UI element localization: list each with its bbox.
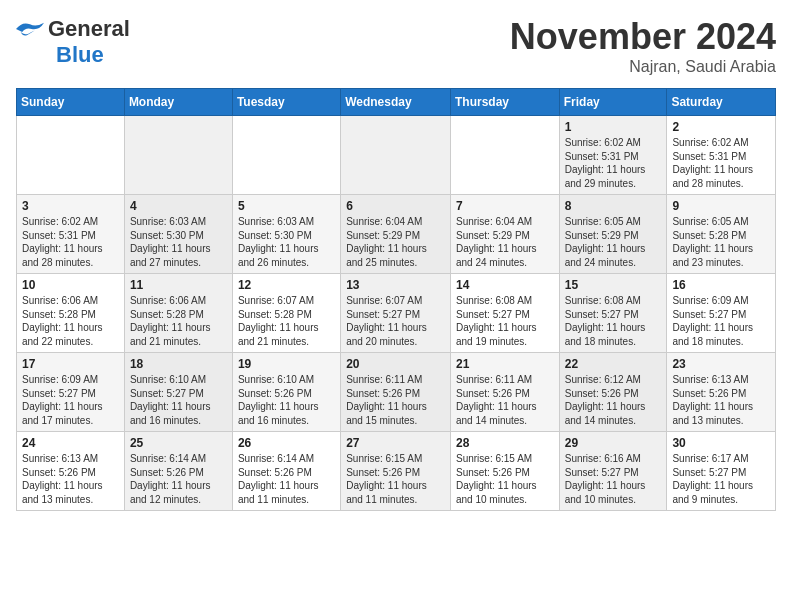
day-number: 15	[565, 278, 662, 292]
day-number: 25	[130, 436, 227, 450]
day-info: Sunrise: 6:03 AM Sunset: 5:30 PM Dayligh…	[130, 215, 227, 269]
day-number: 18	[130, 357, 227, 371]
day-info: Sunrise: 6:11 AM Sunset: 5:26 PM Dayligh…	[346, 373, 445, 427]
day-number: 3	[22, 199, 119, 213]
day-info: Sunrise: 6:08 AM Sunset: 5:27 PM Dayligh…	[456, 294, 554, 348]
day-number: 11	[130, 278, 227, 292]
day-number: 1	[565, 120, 662, 134]
day-number: 12	[238, 278, 335, 292]
day-info: Sunrise: 6:06 AM Sunset: 5:28 PM Dayligh…	[22, 294, 119, 348]
day-number: 20	[346, 357, 445, 371]
calendar-day-cell: 24Sunrise: 6:13 AM Sunset: 5:26 PM Dayli…	[17, 432, 125, 511]
day-info: Sunrise: 6:10 AM Sunset: 5:26 PM Dayligh…	[238, 373, 335, 427]
calendar-day-cell: 8Sunrise: 6:05 AM Sunset: 5:29 PM Daylig…	[559, 195, 667, 274]
day-info: Sunrise: 6:14 AM Sunset: 5:26 PM Dayligh…	[238, 452, 335, 506]
calendar-table: SundayMondayTuesdayWednesdayThursdayFrid…	[16, 88, 776, 511]
calendar-week-row: 24Sunrise: 6:13 AM Sunset: 5:26 PM Dayli…	[17, 432, 776, 511]
day-info: Sunrise: 6:03 AM Sunset: 5:30 PM Dayligh…	[238, 215, 335, 269]
calendar-day-cell: 21Sunrise: 6:11 AM Sunset: 5:26 PM Dayli…	[450, 353, 559, 432]
day-info: Sunrise: 6:07 AM Sunset: 5:28 PM Dayligh…	[238, 294, 335, 348]
calendar-day-cell: 14Sunrise: 6:08 AM Sunset: 5:27 PM Dayli…	[450, 274, 559, 353]
calendar-day-cell: 12Sunrise: 6:07 AM Sunset: 5:28 PM Dayli…	[232, 274, 340, 353]
day-number: 14	[456, 278, 554, 292]
weekday-header-thursday: Thursday	[450, 89, 559, 116]
day-info: Sunrise: 6:06 AM Sunset: 5:28 PM Dayligh…	[130, 294, 227, 348]
day-number: 9	[672, 199, 770, 213]
weekday-header-monday: Monday	[124, 89, 232, 116]
calendar-day-cell: 30Sunrise: 6:17 AM Sunset: 5:27 PM Dayli…	[667, 432, 776, 511]
location-heading: Najran, Saudi Arabia	[510, 58, 776, 76]
day-number: 8	[565, 199, 662, 213]
month-year-heading: November 2024	[510, 16, 776, 58]
day-number: 23	[672, 357, 770, 371]
day-info: Sunrise: 6:05 AM Sunset: 5:29 PM Dayligh…	[565, 215, 662, 269]
calendar-day-cell: 13Sunrise: 6:07 AM Sunset: 5:27 PM Dayli…	[341, 274, 451, 353]
weekday-header-tuesday: Tuesday	[232, 89, 340, 116]
calendar-day-cell	[17, 116, 125, 195]
logo-blue: Blue	[56, 42, 104, 68]
calendar-day-cell: 28Sunrise: 6:15 AM Sunset: 5:26 PM Dayli…	[450, 432, 559, 511]
calendar-day-cell: 4Sunrise: 6:03 AM Sunset: 5:30 PM Daylig…	[124, 195, 232, 274]
page-header: General Blue November 2024 Najran, Saudi…	[16, 16, 776, 76]
day-number: 24	[22, 436, 119, 450]
day-number: 30	[672, 436, 770, 450]
day-number: 16	[672, 278, 770, 292]
day-info: Sunrise: 6:13 AM Sunset: 5:26 PM Dayligh…	[672, 373, 770, 427]
calendar-day-cell: 9Sunrise: 6:05 AM Sunset: 5:28 PM Daylig…	[667, 195, 776, 274]
day-info: Sunrise: 6:08 AM Sunset: 5:27 PM Dayligh…	[565, 294, 662, 348]
day-number: 22	[565, 357, 662, 371]
weekday-header-saturday: Saturday	[667, 89, 776, 116]
calendar-day-cell	[124, 116, 232, 195]
weekday-header-friday: Friday	[559, 89, 667, 116]
day-number: 27	[346, 436, 445, 450]
calendar-day-cell: 3Sunrise: 6:02 AM Sunset: 5:31 PM Daylig…	[17, 195, 125, 274]
day-number: 6	[346, 199, 445, 213]
calendar-day-cell: 17Sunrise: 6:09 AM Sunset: 5:27 PM Dayli…	[17, 353, 125, 432]
day-info: Sunrise: 6:05 AM Sunset: 5:28 PM Dayligh…	[672, 215, 770, 269]
day-info: Sunrise: 6:12 AM Sunset: 5:26 PM Dayligh…	[565, 373, 662, 427]
calendar-day-cell: 5Sunrise: 6:03 AM Sunset: 5:30 PM Daylig…	[232, 195, 340, 274]
calendar-day-cell: 16Sunrise: 6:09 AM Sunset: 5:27 PM Dayli…	[667, 274, 776, 353]
day-info: Sunrise: 6:17 AM Sunset: 5:27 PM Dayligh…	[672, 452, 770, 506]
calendar-day-cell: 7Sunrise: 6:04 AM Sunset: 5:29 PM Daylig…	[450, 195, 559, 274]
month-title-block: November 2024 Najran, Saudi Arabia	[510, 16, 776, 76]
day-info: Sunrise: 6:11 AM Sunset: 5:26 PM Dayligh…	[456, 373, 554, 427]
calendar-day-cell: 19Sunrise: 6:10 AM Sunset: 5:26 PM Dayli…	[232, 353, 340, 432]
weekday-header-sunday: Sunday	[17, 89, 125, 116]
day-number: 21	[456, 357, 554, 371]
weekday-header-wednesday: Wednesday	[341, 89, 451, 116]
day-info: Sunrise: 6:04 AM Sunset: 5:29 PM Dayligh…	[346, 215, 445, 269]
day-number: 13	[346, 278, 445, 292]
calendar-day-cell: 11Sunrise: 6:06 AM Sunset: 5:28 PM Dayli…	[124, 274, 232, 353]
day-number: 19	[238, 357, 335, 371]
calendar-week-row: 1Sunrise: 6:02 AM Sunset: 5:31 PM Daylig…	[17, 116, 776, 195]
calendar-day-cell: 20Sunrise: 6:11 AM Sunset: 5:26 PM Dayli…	[341, 353, 451, 432]
day-info: Sunrise: 6:02 AM Sunset: 5:31 PM Dayligh…	[565, 136, 662, 190]
day-number: 2	[672, 120, 770, 134]
logo-general: General	[48, 16, 130, 42]
day-info: Sunrise: 6:04 AM Sunset: 5:29 PM Dayligh…	[456, 215, 554, 269]
calendar-week-row: 10Sunrise: 6:06 AM Sunset: 5:28 PM Dayli…	[17, 274, 776, 353]
day-info: Sunrise: 6:14 AM Sunset: 5:26 PM Dayligh…	[130, 452, 227, 506]
day-number: 10	[22, 278, 119, 292]
day-info: Sunrise: 6:16 AM Sunset: 5:27 PM Dayligh…	[565, 452, 662, 506]
day-info: Sunrise: 6:07 AM Sunset: 5:27 PM Dayligh…	[346, 294, 445, 348]
day-number: 7	[456, 199, 554, 213]
day-number: 17	[22, 357, 119, 371]
day-number: 26	[238, 436, 335, 450]
calendar-day-cell	[341, 116, 451, 195]
calendar-day-cell: 25Sunrise: 6:14 AM Sunset: 5:26 PM Dayli…	[124, 432, 232, 511]
calendar-day-cell: 2Sunrise: 6:02 AM Sunset: 5:31 PM Daylig…	[667, 116, 776, 195]
day-info: Sunrise: 6:09 AM Sunset: 5:27 PM Dayligh…	[22, 373, 119, 427]
weekday-header-row: SundayMondayTuesdayWednesdayThursdayFrid…	[17, 89, 776, 116]
day-number: 28	[456, 436, 554, 450]
calendar-day-cell: 18Sunrise: 6:10 AM Sunset: 5:27 PM Dayli…	[124, 353, 232, 432]
day-info: Sunrise: 6:15 AM Sunset: 5:26 PM Dayligh…	[346, 452, 445, 506]
calendar-day-cell: 23Sunrise: 6:13 AM Sunset: 5:26 PM Dayli…	[667, 353, 776, 432]
calendar-day-cell: 22Sunrise: 6:12 AM Sunset: 5:26 PM Dayli…	[559, 353, 667, 432]
logo: General Blue	[16, 16, 130, 68]
calendar-day-cell: 10Sunrise: 6:06 AM Sunset: 5:28 PM Dayli…	[17, 274, 125, 353]
logo-icon	[16, 19, 44, 39]
day-info: Sunrise: 6:10 AM Sunset: 5:27 PM Dayligh…	[130, 373, 227, 427]
calendar-day-cell: 26Sunrise: 6:14 AM Sunset: 5:26 PM Dayli…	[232, 432, 340, 511]
